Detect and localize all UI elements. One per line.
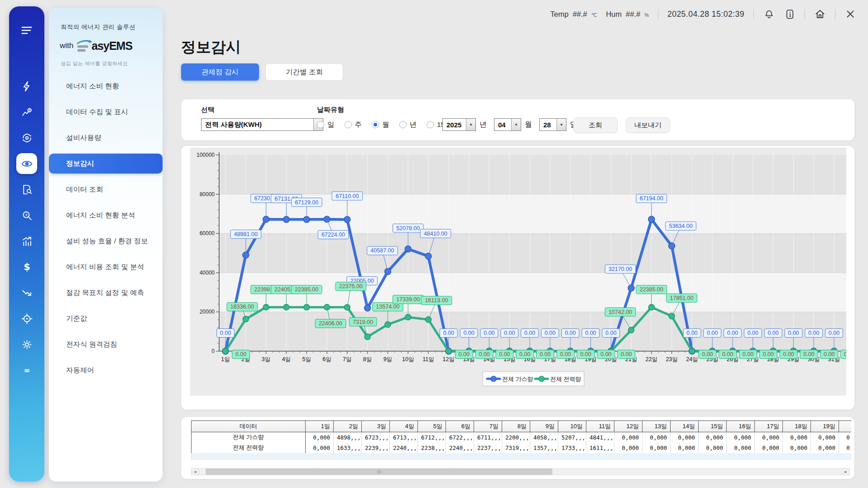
svg-text:0.00: 0.00 <box>743 351 753 358</box>
table-horizontal-scrollbar[interactable]: ◄ ► <box>191 468 850 475</box>
svg-text:0.00: 0.00 <box>727 330 738 336</box>
svg-text:40587.00: 40587.00 <box>370 247 394 254</box>
divider <box>658 9 658 19</box>
automation-icon[interactable]: ∞ <box>16 360 37 381</box>
month-select[interactable]: 04 ▼ <box>494 118 521 131</box>
tab-period-query[interactable]: 기간별 조회 <box>265 63 343 81</box>
radio-icon[interactable] <box>399 121 407 128</box>
filter-panel: 선택 전력 사용량(KWH) ▼ 날짜유형 일주월년15분 2025 ▼ 년 0… <box>181 99 854 140</box>
radio-icon[interactable] <box>345 121 352 128</box>
svg-text:$: $ <box>24 261 30 272</box>
svg-text:22375.00: 22375.00 <box>339 283 363 290</box>
svg-text:13574.00: 13574.00 <box>376 304 399 310</box>
svg-text:17339.00: 17339.00 <box>396 296 420 303</box>
export-button[interactable]: 내보내기 <box>626 117 670 133</box>
table-header-cell: 12일 <box>614 421 643 432</box>
year-select[interactable]: 2025 ▼ <box>442 118 476 131</box>
chart-panel: 0200004000060000800001000001일2일3일4일5일6일7… <box>181 146 854 410</box>
close-icon[interactable] <box>844 8 856 20</box>
radio-icon[interactable] <box>427 121 434 128</box>
table-header-cell: 2일 <box>334 421 362 432</box>
sidebar-tagline: 최적의 에너지 관리 솔루션 <box>61 23 135 31</box>
table-cell: 1611,,, <box>586 443 614 453</box>
sidebar-item-9[interactable]: 기준값 <box>49 309 163 329</box>
svg-text:8일: 8일 <box>363 356 372 362</box>
sidebar-item-10[interactable]: 전자식 원격검침 <box>49 334 163 354</box>
day-select[interactable]: 28 ▼ <box>539 118 566 131</box>
svg-text:0.00: 0.00 <box>463 330 474 336</box>
svg-text:0.00: 0.00 <box>600 351 611 358</box>
sidebar-item-2[interactable]: 설비사용량 <box>49 128 163 148</box>
temp-unit: ℃ <box>591 12 597 18</box>
table-cell: 2239,,, <box>362 443 390 453</box>
cost-dollar-icon[interactable]: $ <box>16 256 37 277</box>
svg-text:0.00: 0.00 <box>504 330 515 336</box>
svg-text:0.00: 0.00 <box>767 330 778 336</box>
sidebar-item-8[interactable]: 절감 목표치 설정 및 예측 <box>49 283 163 303</box>
menu-icon[interactable] <box>21 24 33 39</box>
scrollbar-track[interactable] <box>199 468 842 475</box>
sidebar-item-7[interactable]: 에너지 비용 조회 및 분석 <box>49 257 163 277</box>
datetime: 2025.04.28 15:02:39 <box>667 10 744 19</box>
svg-text:100000: 100000 <box>197 152 215 158</box>
radio-selected-icon[interactable] <box>372 121 379 128</box>
svg-text:16113.00: 16113.00 <box>425 297 448 304</box>
data-search-icon[interactable] <box>16 179 37 200</box>
radio-label: 일 <box>327 120 335 130</box>
process-gear-icon[interactable] <box>16 127 37 148</box>
table-header-cell: 16일 <box>727 421 755 432</box>
scroll-left-button[interactable]: ◄ <box>191 468 199 475</box>
bell-icon[interactable] <box>763 8 775 20</box>
svg-text:22일: 22일 <box>646 356 657 362</box>
dropdown-arrow-icon[interactable]: ▼ <box>466 119 475 130</box>
dropdown-arrow-icon[interactable]: ▼ <box>556 119 566 130</box>
svg-text:∞: ∞ <box>24 366 30 375</box>
svg-text:3일: 3일 <box>262 356 270 362</box>
sidebar-item-5[interactable]: 에너지 소비 현황 분석 <box>49 205 163 225</box>
energy-bolt-icon[interactable] <box>16 76 37 97</box>
measure-select[interactable]: 전력 사용량(KWH) ▼ <box>201 118 323 131</box>
table-cell: 0,000 <box>699 432 727 443</box>
table-header-cell: 14일 <box>671 421 699 432</box>
sidebar-item-0[interactable]: 에너지 소비 현황 <box>49 76 163 96</box>
saving-trend-icon[interactable] <box>16 282 37 303</box>
measure-select-value: 전력 사용량(KWH) <box>201 119 313 130</box>
scrollbar-thumb[interactable] <box>206 469 552 475</box>
date-type-radio-3[interactable]: 년 <box>399 120 417 130</box>
sidebar-item-3[interactable]: 정보감시 <box>49 154 163 174</box>
svg-text:17851.00: 17851.00 <box>670 295 694 301</box>
svg-text:11일: 11일 <box>422 356 434 362</box>
remote-gear-icon[interactable] <box>16 334 37 355</box>
target-icon[interactable] <box>16 308 37 329</box>
month-value: 04 <box>494 119 511 130</box>
sidebar-item-6[interactable]: 설비 성능 효율 / 환경 정보 <box>49 231 163 251</box>
table-cell: 1733,,, <box>558 443 586 453</box>
date-type-radio-0[interactable]: 일 <box>317 120 335 130</box>
sidebar-item-4[interactable]: 데이터 조회 <box>49 179 163 199</box>
svg-text:0.00: 0.00 <box>459 351 470 358</box>
performance-chart-icon[interactable] <box>16 231 37 251</box>
dropdown-arrow-icon[interactable]: ▼ <box>511 119 521 130</box>
svg-text:0.00: 0.00 <box>519 351 530 358</box>
svg-text:53634.00: 53634.00 <box>669 223 693 229</box>
logo-text: asyEMS <box>91 39 132 53</box>
monitoring-chart-icon[interactable] <box>16 101 37 122</box>
svg-text:22406.00: 22406.00 <box>319 320 342 327</box>
hum-value: ##.# <box>626 10 640 19</box>
scroll-right-button[interactable]: ► <box>842 468 850 475</box>
info-icon[interactable] <box>784 8 796 20</box>
svg-text:22385.00: 22385.00 <box>295 286 318 293</box>
radio-icon[interactable] <box>317 121 324 128</box>
analysis-search-icon[interactable] <box>16 205 37 226</box>
svg-text:0.00: 0.00 <box>686 330 697 336</box>
svg-text:5일: 5일 <box>302 356 311 362</box>
eye-icon[interactable] <box>16 153 37 174</box>
sidebar-item-1[interactable]: 데이터 수집 및 표시 <box>49 102 163 122</box>
date-type-radio-2[interactable]: 월 <box>372 120 389 130</box>
year-suffix: 년 <box>480 120 487 130</box>
home-icon[interactable] <box>814 8 826 20</box>
date-type-radio-1[interactable]: 주 <box>345 120 362 130</box>
search-button[interactable]: 조회 <box>573 117 618 133</box>
sidebar-item-11[interactable]: 자동제어 <box>49 360 163 380</box>
tab-control-point-monitoring[interactable]: 관제점 감시 <box>181 63 259 81</box>
